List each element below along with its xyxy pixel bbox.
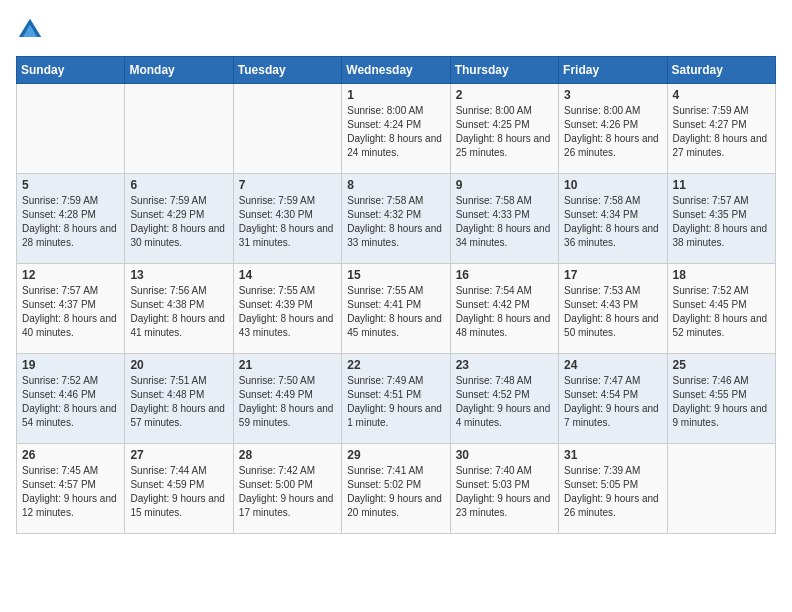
day-number: 12 bbox=[22, 268, 119, 282]
day-number: 8 bbox=[347, 178, 444, 192]
day-number: 26 bbox=[22, 448, 119, 462]
day-info: Sunrise: 7:59 AM Sunset: 4:28 PM Dayligh… bbox=[22, 194, 119, 250]
calendar-cell: 4Sunrise: 7:59 AM Sunset: 4:27 PM Daylig… bbox=[667, 84, 775, 174]
calendar-cell: 21Sunrise: 7:50 AM Sunset: 4:49 PM Dayli… bbox=[233, 354, 341, 444]
calendar-cell: 30Sunrise: 7:40 AM Sunset: 5:03 PM Dayli… bbox=[450, 444, 558, 534]
day-number: 7 bbox=[239, 178, 336, 192]
day-number: 31 bbox=[564, 448, 661, 462]
calendar-week-row: 5Sunrise: 7:59 AM Sunset: 4:28 PM Daylig… bbox=[17, 174, 776, 264]
calendar-week-row: 1Sunrise: 8:00 AM Sunset: 4:24 PM Daylig… bbox=[17, 84, 776, 174]
day-number: 4 bbox=[673, 88, 770, 102]
col-header-sunday: Sunday bbox=[17, 57, 125, 84]
day-info: Sunrise: 7:52 AM Sunset: 4:45 PM Dayligh… bbox=[673, 284, 770, 340]
calendar-cell: 17Sunrise: 7:53 AM Sunset: 4:43 PM Dayli… bbox=[559, 264, 667, 354]
day-number: 9 bbox=[456, 178, 553, 192]
calendar-cell: 28Sunrise: 7:42 AM Sunset: 5:00 PM Dayli… bbox=[233, 444, 341, 534]
day-number: 29 bbox=[347, 448, 444, 462]
day-number: 2 bbox=[456, 88, 553, 102]
calendar-cell: 5Sunrise: 7:59 AM Sunset: 4:28 PM Daylig… bbox=[17, 174, 125, 264]
day-number: 24 bbox=[564, 358, 661, 372]
day-info: Sunrise: 7:45 AM Sunset: 4:57 PM Dayligh… bbox=[22, 464, 119, 520]
day-info: Sunrise: 7:56 AM Sunset: 4:38 PM Dayligh… bbox=[130, 284, 227, 340]
day-number: 30 bbox=[456, 448, 553, 462]
day-number: 5 bbox=[22, 178, 119, 192]
calendar-table: SundayMondayTuesdayWednesdayThursdayFrid… bbox=[16, 56, 776, 534]
day-info: Sunrise: 7:44 AM Sunset: 4:59 PM Dayligh… bbox=[130, 464, 227, 520]
day-info: Sunrise: 7:59 AM Sunset: 4:29 PM Dayligh… bbox=[130, 194, 227, 250]
day-number: 28 bbox=[239, 448, 336, 462]
day-info: Sunrise: 7:55 AM Sunset: 4:41 PM Dayligh… bbox=[347, 284, 444, 340]
day-number: 25 bbox=[673, 358, 770, 372]
day-number: 23 bbox=[456, 358, 553, 372]
day-info: Sunrise: 7:51 AM Sunset: 4:48 PM Dayligh… bbox=[130, 374, 227, 430]
col-header-tuesday: Tuesday bbox=[233, 57, 341, 84]
day-number: 15 bbox=[347, 268, 444, 282]
calendar-cell bbox=[667, 444, 775, 534]
day-info: Sunrise: 7:59 AM Sunset: 4:27 PM Dayligh… bbox=[673, 104, 770, 160]
day-info: Sunrise: 7:53 AM Sunset: 4:43 PM Dayligh… bbox=[564, 284, 661, 340]
day-info: Sunrise: 8:00 AM Sunset: 4:24 PM Dayligh… bbox=[347, 104, 444, 160]
calendar-cell: 11Sunrise: 7:57 AM Sunset: 4:35 PM Dayli… bbox=[667, 174, 775, 264]
day-info: Sunrise: 7:39 AM Sunset: 5:05 PM Dayligh… bbox=[564, 464, 661, 520]
day-number: 13 bbox=[130, 268, 227, 282]
calendar-cell: 20Sunrise: 7:51 AM Sunset: 4:48 PM Dayli… bbox=[125, 354, 233, 444]
day-info: Sunrise: 7:50 AM Sunset: 4:49 PM Dayligh… bbox=[239, 374, 336, 430]
calendar-cell: 31Sunrise: 7:39 AM Sunset: 5:05 PM Dayli… bbox=[559, 444, 667, 534]
day-number: 16 bbox=[456, 268, 553, 282]
calendar-cell: 19Sunrise: 7:52 AM Sunset: 4:46 PM Dayli… bbox=[17, 354, 125, 444]
calendar-cell: 7Sunrise: 7:59 AM Sunset: 4:30 PM Daylig… bbox=[233, 174, 341, 264]
day-info: Sunrise: 8:00 AM Sunset: 4:25 PM Dayligh… bbox=[456, 104, 553, 160]
calendar-header-row: SundayMondayTuesdayWednesdayThursdayFrid… bbox=[17, 57, 776, 84]
day-number: 20 bbox=[130, 358, 227, 372]
day-number: 27 bbox=[130, 448, 227, 462]
day-info: Sunrise: 7:55 AM Sunset: 4:39 PM Dayligh… bbox=[239, 284, 336, 340]
day-info: Sunrise: 7:58 AM Sunset: 4:34 PM Dayligh… bbox=[564, 194, 661, 250]
col-header-wednesday: Wednesday bbox=[342, 57, 450, 84]
calendar-cell: 29Sunrise: 7:41 AM Sunset: 5:02 PM Dayli… bbox=[342, 444, 450, 534]
day-info: Sunrise: 7:42 AM Sunset: 5:00 PM Dayligh… bbox=[239, 464, 336, 520]
day-number: 14 bbox=[239, 268, 336, 282]
day-info: Sunrise: 7:41 AM Sunset: 5:02 PM Dayligh… bbox=[347, 464, 444, 520]
calendar-cell: 23Sunrise: 7:48 AM Sunset: 4:52 PM Dayli… bbox=[450, 354, 558, 444]
calendar-cell: 25Sunrise: 7:46 AM Sunset: 4:55 PM Dayli… bbox=[667, 354, 775, 444]
calendar-cell: 10Sunrise: 7:58 AM Sunset: 4:34 PM Dayli… bbox=[559, 174, 667, 264]
day-info: Sunrise: 7:58 AM Sunset: 4:32 PM Dayligh… bbox=[347, 194, 444, 250]
day-info: Sunrise: 7:52 AM Sunset: 4:46 PM Dayligh… bbox=[22, 374, 119, 430]
day-number: 3 bbox=[564, 88, 661, 102]
day-info: Sunrise: 7:57 AM Sunset: 4:37 PM Dayligh… bbox=[22, 284, 119, 340]
calendar-cell: 14Sunrise: 7:55 AM Sunset: 4:39 PM Dayli… bbox=[233, 264, 341, 354]
day-number: 22 bbox=[347, 358, 444, 372]
calendar-cell: 1Sunrise: 8:00 AM Sunset: 4:24 PM Daylig… bbox=[342, 84, 450, 174]
calendar-cell: 15Sunrise: 7:55 AM Sunset: 4:41 PM Dayli… bbox=[342, 264, 450, 354]
day-info: Sunrise: 7:58 AM Sunset: 4:33 PM Dayligh… bbox=[456, 194, 553, 250]
day-number: 18 bbox=[673, 268, 770, 282]
calendar-cell: 13Sunrise: 7:56 AM Sunset: 4:38 PM Dayli… bbox=[125, 264, 233, 354]
day-number: 10 bbox=[564, 178, 661, 192]
calendar-cell bbox=[233, 84, 341, 174]
day-info: Sunrise: 7:59 AM Sunset: 4:30 PM Dayligh… bbox=[239, 194, 336, 250]
calendar-cell: 26Sunrise: 7:45 AM Sunset: 4:57 PM Dayli… bbox=[17, 444, 125, 534]
day-info: Sunrise: 8:00 AM Sunset: 4:26 PM Dayligh… bbox=[564, 104, 661, 160]
calendar-week-row: 12Sunrise: 7:57 AM Sunset: 4:37 PM Dayli… bbox=[17, 264, 776, 354]
col-header-thursday: Thursday bbox=[450, 57, 558, 84]
calendar-cell: 6Sunrise: 7:59 AM Sunset: 4:29 PM Daylig… bbox=[125, 174, 233, 264]
day-info: Sunrise: 7:49 AM Sunset: 4:51 PM Dayligh… bbox=[347, 374, 444, 430]
calendar-cell: 27Sunrise: 7:44 AM Sunset: 4:59 PM Dayli… bbox=[125, 444, 233, 534]
day-number: 1 bbox=[347, 88, 444, 102]
day-info: Sunrise: 7:48 AM Sunset: 4:52 PM Dayligh… bbox=[456, 374, 553, 430]
calendar-cell: 3Sunrise: 8:00 AM Sunset: 4:26 PM Daylig… bbox=[559, 84, 667, 174]
day-number: 17 bbox=[564, 268, 661, 282]
calendar-week-row: 26Sunrise: 7:45 AM Sunset: 4:57 PM Dayli… bbox=[17, 444, 776, 534]
calendar-cell: 22Sunrise: 7:49 AM Sunset: 4:51 PM Dayli… bbox=[342, 354, 450, 444]
calendar-cell bbox=[17, 84, 125, 174]
day-info: Sunrise: 7:40 AM Sunset: 5:03 PM Dayligh… bbox=[456, 464, 553, 520]
page-header bbox=[16, 16, 776, 44]
calendar-week-row: 19Sunrise: 7:52 AM Sunset: 4:46 PM Dayli… bbox=[17, 354, 776, 444]
calendar-cell: 9Sunrise: 7:58 AM Sunset: 4:33 PM Daylig… bbox=[450, 174, 558, 264]
calendar-cell: 8Sunrise: 7:58 AM Sunset: 4:32 PM Daylig… bbox=[342, 174, 450, 264]
logo bbox=[16, 16, 48, 44]
day-info: Sunrise: 7:47 AM Sunset: 4:54 PM Dayligh… bbox=[564, 374, 661, 430]
day-info: Sunrise: 7:46 AM Sunset: 4:55 PM Dayligh… bbox=[673, 374, 770, 430]
day-number: 6 bbox=[130, 178, 227, 192]
col-header-monday: Monday bbox=[125, 57, 233, 84]
